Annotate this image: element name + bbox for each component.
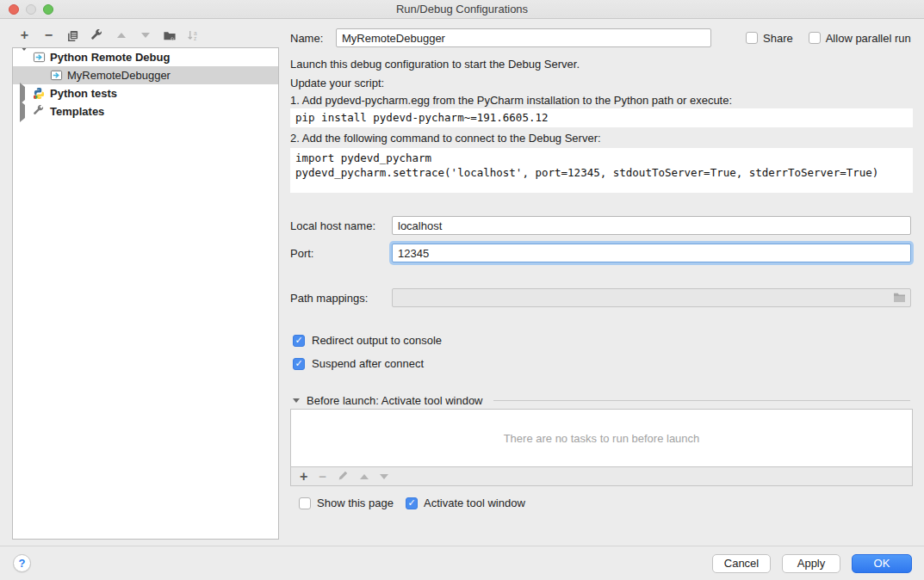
chevron-right-icon[interactable] bbox=[20, 87, 29, 100]
configurations-tree: Python Remote Debug MyRemoteDebugger Pyt… bbox=[12, 47, 279, 540]
remove-task-icon: − bbox=[319, 470, 326, 483]
copy-configuration-icon[interactable] bbox=[65, 28, 80, 43]
before-launch-tasks-panel: There are no tasks to run before launch … bbox=[290, 409, 913, 486]
remote-debug-config-icon bbox=[50, 69, 63, 82]
tree-item-label: Templates bbox=[50, 105, 104, 118]
instruction-step-2: 2. Add the following command to connect … bbox=[290, 132, 601, 145]
redirect-output-row[interactable]: ✓ Redirect output to console bbox=[293, 334, 442, 347]
close-window-button[interactable] bbox=[9, 4, 19, 15]
activate-tool-window-checkbox[interactable]: ✓ bbox=[406, 497, 418, 509]
remove-configuration-icon[interactable]: − bbox=[41, 28, 56, 43]
show-this-page-label: Show this page bbox=[317, 497, 394, 509]
code-line: pydevd_pycharm.settrace('localhost', por… bbox=[295, 166, 878, 179]
tasks-empty-message: There are no tasks to run before launch bbox=[291, 410, 912, 466]
section-divider bbox=[493, 400, 910, 401]
configuration-editor: Name: Share Allow parallel run Launch th… bbox=[290, 19, 913, 546]
window-title: Run/Debug Configurations bbox=[396, 3, 528, 15]
add-task-icon[interactable]: + bbox=[300, 470, 307, 484]
templates-wrench-icon bbox=[33, 105, 46, 118]
code-line: import pydevd_pycharm bbox=[295, 151, 431, 164]
instruction-line-1: Launch this debug configuration to start… bbox=[290, 58, 580, 71]
tree-item-label: Python Remote Debug bbox=[50, 51, 170, 64]
add-configuration-icon[interactable]: + bbox=[17, 28, 32, 43]
chevron-right-icon[interactable] bbox=[20, 105, 29, 118]
path-mappings-input bbox=[392, 288, 911, 307]
tree-item-templates[interactable]: Templates bbox=[13, 102, 278, 120]
remote-debug-config-icon bbox=[33, 51, 46, 64]
local-host-row: Local host name: bbox=[290, 216, 913, 235]
tree-item-myremotedebugger[interactable]: MyRemoteDebugger bbox=[13, 66, 278, 84]
pip-install-code: pip install pydevd-pycharm~=191.6605.12 bbox=[290, 108, 913, 127]
show-this-page-checkbox[interactable] bbox=[299, 497, 311, 509]
configurations-sidebar: + − az Python Remote Debug bbox=[0, 19, 284, 546]
activate-tool-window-label: Activate tool window bbox=[424, 497, 525, 509]
suspend-after-connect-row[interactable]: ✓ Suspend after connect bbox=[293, 357, 424, 370]
name-row: Name: Share Allow parallel run bbox=[290, 28, 913, 47]
settrace-code: import pydevd_pycharm pydevd_pycharm.set… bbox=[290, 148, 913, 193]
cancel-button[interactable]: Cancel bbox=[712, 554, 771, 573]
title-bar: Run/Debug Configurations bbox=[0, 0, 924, 19]
path-mappings-label: Path mappings: bbox=[290, 292, 392, 305]
minimize-window-button bbox=[26, 4, 36, 15]
edit-task-pencil-icon bbox=[338, 470, 349, 484]
python-tests-icon bbox=[33, 87, 46, 100]
allow-parallel-run-group[interactable]: Allow parallel run bbox=[809, 32, 911, 45]
port-label: Port: bbox=[290, 247, 392, 260]
sidebar-toolbar: + − az bbox=[17, 28, 201, 43]
apply-button[interactable]: Apply bbox=[782, 554, 840, 573]
move-down-icon bbox=[138, 28, 152, 43]
sort-configurations-icon: az bbox=[186, 28, 201, 43]
tree-item-python-tests[interactable]: Python tests bbox=[13, 84, 278, 102]
tree-item-label: MyRemoteDebugger bbox=[67, 69, 171, 82]
port-input[interactable] bbox=[392, 244, 911, 262]
activate-tool-window-row[interactable]: ✓ Activate tool window bbox=[406, 497, 525, 509]
port-row: Port: bbox=[290, 244, 913, 262]
name-label: Name: bbox=[290, 32, 336, 45]
suspend-after-connect-checkbox[interactable]: ✓ bbox=[293, 358, 305, 370]
allow-parallel-run-checkbox[interactable] bbox=[809, 32, 821, 44]
svg-text:z: z bbox=[194, 35, 196, 41]
allow-parallel-run-label: Allow parallel run bbox=[826, 32, 911, 45]
browse-folder-icon[interactable] bbox=[893, 292, 906, 303]
local-host-input[interactable] bbox=[392, 216, 911, 235]
help-button[interactable]: ? bbox=[13, 554, 31, 572]
tasks-toolbar: + − bbox=[291, 466, 912, 485]
move-task-down-icon bbox=[380, 474, 388, 479]
move-task-up-icon bbox=[360, 474, 369, 479]
tree-item-python-remote-debug[interactable]: Python Remote Debug bbox=[13, 48, 278, 66]
suspend-after-connect-label: Suspend after connect bbox=[312, 357, 424, 370]
window-controls bbox=[9, 4, 53, 15]
redirect-output-label: Redirect output to console bbox=[312, 334, 442, 347]
dialog-footer: ? Cancel Apply OK bbox=[0, 546, 924, 580]
local-host-label: Local host name: bbox=[290, 219, 392, 232]
instruction-step-1: 1. Add pydevd-pycharm.egg from the PyCha… bbox=[290, 94, 732, 107]
before-launch-header[interactable]: Before launch: Activate tool window bbox=[293, 394, 910, 407]
new-folder-icon[interactable] bbox=[162, 28, 177, 43]
ok-button[interactable]: OK bbox=[852, 554, 912, 573]
move-up-icon bbox=[114, 28, 128, 43]
instruction-line-2: Update your script: bbox=[290, 77, 384, 89]
share-checkbox-group[interactable]: Share bbox=[746, 32, 793, 45]
edit-templates-wrench-icon[interactable] bbox=[90, 28, 104, 43]
zoom-window-button[interactable] bbox=[43, 4, 53, 15]
chevron-down-icon[interactable] bbox=[20, 51, 29, 64]
collapse-section-icon[interactable] bbox=[293, 398, 300, 403]
before-launch-title: Before launch: Activate tool window bbox=[307, 394, 483, 407]
path-mappings-row: Path mappings: bbox=[290, 288, 913, 307]
name-input[interactable] bbox=[336, 28, 711, 47]
share-checkbox[interactable] bbox=[746, 32, 758, 44]
share-label: Share bbox=[763, 32, 793, 45]
redirect-output-checkbox[interactable]: ✓ bbox=[293, 335, 305, 347]
tree-item-label: Python tests bbox=[50, 87, 117, 100]
show-this-page-row[interactable]: Show this page bbox=[299, 497, 394, 509]
